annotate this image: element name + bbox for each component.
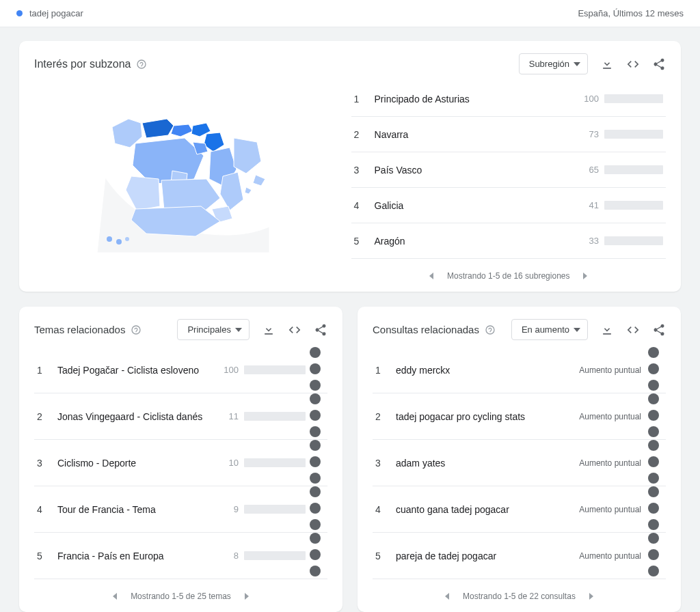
map-container[interactable]: [34, 81, 338, 281]
more-options[interactable]: [644, 533, 663, 579]
query-list: 1 eddy merckx Aumento puntual 2 tadej po…: [373, 347, 666, 579]
embed-icon[interactable]: [626, 57, 640, 71]
help-icon[interactable]: [485, 324, 496, 335]
chevron-right-icon[interactable]: [582, 273, 589, 279]
more-vert-icon: [310, 486, 321, 530]
chevron-right-icon[interactable]: [588, 593, 595, 600]
region-bar: [604, 201, 663, 210]
topics-sort-selector[interactable]: Principales: [177, 319, 250, 340]
topic-row[interactable]: 5 Francia - País en Europa 8: [34, 533, 327, 579]
query-row[interactable]: 2 tadej pogacar pro cycling stats Aument…: [373, 393, 666, 440]
more-options[interactable]: [644, 486, 663, 532]
region-list: 1 Principado de Asturias 100 2 Navarra 7…: [351, 81, 666, 281]
queries-title-text: Consultas relacionadas: [373, 324, 479, 335]
region-name: Galicia: [371, 200, 577, 211]
svg-point-4: [310, 363, 321, 374]
subzone-level-selector[interactable]: Subregión: [519, 53, 588, 74]
topics-card: Temas relacionados Principales 1 Tadej: [19, 307, 342, 612]
svg-point-19: [648, 363, 659, 374]
region-row[interactable]: 4 Galicia 41: [351, 188, 666, 223]
embed-icon[interactable]: [626, 323, 640, 337]
queries-sort-selector[interactable]: En aumento: [511, 319, 588, 340]
region-row[interactable]: 3 País Vasco 65: [351, 152, 666, 188]
svg-point-26: [648, 473, 659, 484]
more-vert-icon: [648, 533, 659, 576]
query-row[interactable]: 3 adam yates Aumento puntual: [373, 440, 666, 486]
chevron-left-icon[interactable]: [428, 273, 435, 279]
rising-badge: Aumento puntual: [579, 458, 644, 468]
term-color-dot: [16, 10, 23, 16]
topic-row[interactable]: 4 Tour de Francia - Tema 9: [34, 486, 327, 533]
more-options[interactable]: [644, 393, 663, 439]
topic-row[interactable]: 3 Ciclismo - Deporte 10: [34, 440, 327, 486]
svg-point-20: [648, 380, 659, 391]
region-row[interactable]: 2 Navarra 73: [351, 117, 666, 152]
more-options[interactable]: [306, 393, 325, 439]
topics-title: Temas relacionados: [34, 324, 142, 335]
more-options[interactable]: [644, 347, 663, 393]
region-value: 33: [577, 236, 604, 246]
share-icon[interactable]: [314, 323, 327, 337]
more-options[interactable]: [306, 347, 325, 393]
topic-row[interactable]: 1 Tadej Pogačar - Ciclista esloveno 100: [34, 347, 327, 393]
subzone-level-label: Subregión: [529, 59, 569, 69]
spain-map[interactable]: [97, 96, 275, 253]
topic-rank: 3: [37, 458, 53, 469]
region-pager: Mostrando 1-5 de 16 subregiones: [351, 271, 666, 281]
query-rank: 2: [375, 411, 392, 422]
svg-point-3: [310, 347, 321, 358]
more-vert-icon: [310, 440, 321, 484]
svg-point-6: [310, 393, 321, 404]
region-name: Aragón: [371, 236, 577, 247]
queries-pager: Mostrando 1-5 de 22 consultas: [373, 592, 666, 601]
help-icon[interactable]: [131, 324, 142, 335]
query-row[interactable]: 1 eddy merckx Aumento puntual: [373, 347, 666, 393]
subzone-actions: Subregión: [519, 53, 666, 74]
region-rank: 2: [354, 129, 371, 140]
svg-point-7: [310, 410, 321, 421]
region-row[interactable]: 1 Principado de Asturias 100: [351, 81, 666, 117]
more-vert-icon: [648, 486, 659, 530]
svg-point-21: [648, 393, 659, 404]
help-icon[interactable]: [136, 59, 147, 70]
topic-value: 9: [217, 504, 244, 514]
scope-label: España, Últimos 12 meses: [578, 8, 684, 18]
rising-badge: Aumento puntual: [579, 365, 644, 375]
region-row[interactable]: 5 Aragón 33: [351, 223, 666, 259]
embed-icon[interactable]: [288, 323, 301, 337]
download-icon[interactable]: [262, 323, 275, 337]
region-name: Navarra: [371, 129, 577, 140]
search-term[interactable]: tadej pogacar: [16, 8, 83, 18]
share-icon[interactable]: [652, 323, 666, 337]
more-vert-icon: [310, 347, 321, 391]
topic-bar: [244, 458, 306, 467]
chevron-right-icon[interactable]: [243, 593, 250, 600]
region-value: 100: [577, 94, 604, 104]
svg-point-12: [310, 486, 321, 497]
svg-point-17: [310, 566, 321, 576]
chevron-down-icon: [574, 326, 580, 333]
query-row[interactable]: 4 cuanto gana tadej pogacar Aumento punt…: [373, 486, 666, 533]
download-icon[interactable]: [600, 323, 614, 337]
topic-rank: 5: [37, 551, 53, 561]
share-icon[interactable]: [652, 57, 666, 71]
chevron-left-icon[interactable]: [444, 593, 450, 600]
svg-point-23: [648, 426, 659, 437]
svg-point-9: [310, 440, 321, 451]
region-rank: 4: [354, 200, 371, 211]
more-options[interactable]: [306, 486, 325, 532]
more-options[interactable]: [306, 440, 325, 486]
svg-point-2: [125, 237, 129, 241]
download-icon[interactable]: [600, 57, 614, 71]
topic-name: Jonas Vingegaard - Ciclista danés: [53, 411, 217, 422]
topic-row[interactable]: 2 Jonas Vingegaard - Ciclista danés 11: [34, 393, 327, 440]
svg-point-28: [648, 503, 659, 514]
more-options[interactable]: [644, 440, 663, 486]
region-value: 41: [577, 200, 604, 210]
query-name: eddy merckx: [392, 365, 579, 376]
query-row[interactable]: 5 pareja de tadej pogacar Aumento puntua…: [373, 533, 666, 579]
more-options[interactable]: [306, 533, 325, 579]
chevron-left-icon[interactable]: [111, 593, 118, 600]
region-rank: 3: [354, 165, 371, 176]
svg-point-31: [648, 549, 659, 560]
